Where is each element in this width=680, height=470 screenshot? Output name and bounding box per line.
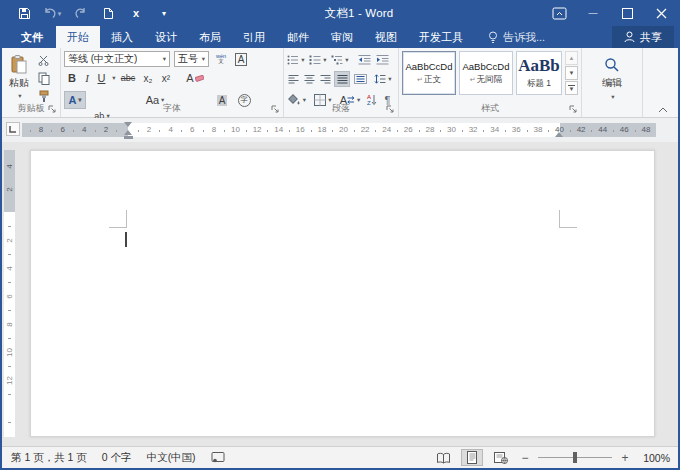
qat-customize-dropdown[interactable]: ▾ bbox=[152, 3, 176, 23]
document-page[interactable] bbox=[30, 150, 655, 437]
zoom-slider-thumb[interactable] bbox=[573, 452, 577, 463]
close-button[interactable] bbox=[644, 0, 678, 26]
style-card-normal[interactable]: AaBbCcDd ↵正文 bbox=[402, 51, 456, 95]
text-effects-button[interactable]: A ▾ bbox=[64, 91, 86, 109]
character-border-button[interactable]: A bbox=[233, 51, 249, 67]
sort-button[interactable]: A Z bbox=[364, 91, 380, 109]
shading-button[interactable]: ▾ bbox=[286, 91, 308, 109]
font-size-dropdown[interactable]: ▾ bbox=[202, 55, 205, 63]
undo-button[interactable]: ▾ bbox=[40, 3, 64, 23]
align-center-button[interactable] bbox=[302, 71, 317, 87]
bold-button[interactable]: B bbox=[65, 70, 79, 86]
shading-dropdown[interactable]: ▾ bbox=[303, 96, 306, 104]
tab-review[interactable]: 审阅 bbox=[320, 26, 364, 48]
paste-dropdown[interactable]: ▾ bbox=[18, 92, 21, 100]
multilevel-dropdown[interactable]: ▾ bbox=[345, 56, 348, 64]
redo-button[interactable] bbox=[68, 3, 92, 23]
font-dialog-launcher[interactable] bbox=[271, 105, 280, 114]
tab-mailings[interactable]: 邮件 bbox=[276, 26, 320, 48]
tab-file[interactable]: 文件 bbox=[8, 26, 56, 48]
left-indent-marker[interactable] bbox=[124, 136, 133, 139]
styles-scroll-up-button[interactable]: ▲ bbox=[565, 51, 578, 65]
editing-menu-button[interactable]: 编辑 ▾ bbox=[597, 51, 627, 107]
bullets-button[interactable]: ▾ bbox=[286, 52, 306, 68]
multilevel-list-button[interactable]: ▾ bbox=[330, 52, 350, 68]
font-name-dropdown[interactable]: ▾ bbox=[163, 55, 166, 63]
borders-button[interactable]: ▾ bbox=[312, 91, 334, 109]
save-button[interactable] bbox=[12, 3, 36, 23]
clipboard-dialog-launcher[interactable] bbox=[48, 105, 57, 114]
styles-scroll-down-button[interactable]: ▼ bbox=[565, 66, 578, 80]
tab-stop-selector[interactable] bbox=[6, 122, 20, 136]
tab-developer[interactable]: 开发工具 bbox=[408, 26, 474, 48]
language-status[interactable]: 中文(中国) bbox=[147, 451, 196, 465]
paste-button[interactable]: 粘贴 ▾ bbox=[6, 51, 32, 103]
bullets-dropdown[interactable]: ▾ bbox=[301, 56, 304, 64]
read-mode-button[interactable] bbox=[432, 449, 454, 466]
new-document-button[interactable] bbox=[96, 3, 120, 23]
justify-button[interactable] bbox=[334, 71, 350, 87]
superscript-button[interactable]: x² bbox=[158, 70, 174, 86]
borders-dropdown[interactable]: ▾ bbox=[328, 96, 331, 104]
numbering-dropdown[interactable]: ▾ bbox=[323, 56, 326, 64]
strikethrough-button[interactable]: abc bbox=[118, 70, 138, 86]
undo-dropdown[interactable]: ▾ bbox=[58, 10, 62, 17]
zoom-level[interactable]: 100% bbox=[638, 452, 670, 464]
copy-button[interactable] bbox=[36, 70, 52, 86]
clear-formatting-button[interactable]: A bbox=[185, 70, 205, 86]
format-painter-button[interactable] bbox=[36, 88, 52, 104]
change-case-dropdown[interactable]: ▾ bbox=[161, 96, 164, 104]
page-info[interactable]: 第 1 页，共 1 页 bbox=[11, 451, 87, 465]
text-effects-dropdown[interactable]: ▾ bbox=[78, 96, 81, 104]
tab-insert[interactable]: 插入 bbox=[100, 26, 144, 48]
editing-dropdown[interactable]: ▾ bbox=[611, 93, 614, 101]
decrease-indent-button[interactable] bbox=[356, 52, 372, 68]
font-name-combo[interactable]: 等线 (中文正文) ▾ bbox=[64, 51, 170, 67]
asian-layout-dropdown[interactable]: ▾ bbox=[357, 96, 360, 104]
word-count[interactable]: 0 个字 bbox=[102, 451, 132, 465]
phonetic-guide-button[interactable]: wén 文 bbox=[213, 51, 229, 67]
increase-indent-button[interactable] bbox=[374, 52, 390, 68]
subscript-button[interactable]: x₂ bbox=[140, 70, 156, 86]
asian-layout-button[interactable]: A ▾ bbox=[338, 91, 362, 109]
qat-custom-button[interactable]: x bbox=[124, 3, 148, 23]
align-right-button[interactable] bbox=[318, 71, 333, 87]
italic-button[interactable]: I bbox=[81, 70, 93, 86]
zoom-out-button[interactable]: − bbox=[519, 451, 531, 465]
line-spacing-dropdown[interactable]: ▾ bbox=[388, 75, 391, 83]
share-button[interactable]: 共享 bbox=[612, 26, 674, 48]
hanging-indent-marker[interactable] bbox=[124, 130, 132, 135]
print-layout-button[interactable] bbox=[461, 449, 483, 466]
tab-view[interactable]: 视图 bbox=[364, 26, 408, 48]
character-shading-button[interactable]: A bbox=[213, 91, 231, 109]
align-left-button[interactable] bbox=[286, 71, 301, 87]
tab-layout[interactable]: 布局 bbox=[188, 26, 232, 48]
cut-button[interactable] bbox=[36, 52, 52, 68]
tab-home[interactable]: 开始 bbox=[56, 26, 100, 48]
ribbon-display-options-button[interactable] bbox=[542, 0, 576, 26]
paragraph-dialog-launcher[interactable] bbox=[386, 105, 395, 114]
font-size-combo[interactable]: 五号 ▾ bbox=[174, 51, 209, 67]
enclose-characters-button[interactable]: 字 bbox=[235, 91, 253, 109]
right-indent-marker[interactable] bbox=[555, 132, 563, 137]
first-line-indent-marker[interactable] bbox=[124, 122, 132, 127]
zoom-slider[interactable] bbox=[538, 452, 612, 463]
tab-design[interactable]: 设计 bbox=[144, 26, 188, 48]
minimize-button[interactable]: — bbox=[576, 0, 610, 26]
tell-me-box[interactable]: 告诉我... bbox=[488, 26, 545, 48]
collapse-ribbon-button[interactable] bbox=[658, 107, 668, 113]
style-card-heading1[interactable]: AaBb 标题 1 bbox=[516, 51, 562, 95]
underline-dropdown[interactable]: ▾ bbox=[110, 70, 118, 86]
styles-more-button[interactable]: ▼ bbox=[565, 81, 578, 95]
maximize-button[interactable] bbox=[610, 0, 644, 26]
styles-dialog-launcher[interactable] bbox=[569, 105, 578, 114]
line-spacing-button[interactable]: ▾ bbox=[372, 71, 394, 87]
distribute-button[interactable] bbox=[352, 71, 369, 87]
numbering-button[interactable]: ▾ bbox=[308, 52, 328, 68]
underline-button[interactable]: U bbox=[95, 70, 108, 86]
macro-record-button[interactable] bbox=[211, 452, 225, 463]
change-case-button[interactable]: Aa ▾ bbox=[142, 91, 168, 109]
tab-references[interactable]: 引用 bbox=[232, 26, 276, 48]
zoom-in-button[interactable]: + bbox=[619, 451, 631, 465]
web-layout-button[interactable] bbox=[490, 449, 512, 466]
